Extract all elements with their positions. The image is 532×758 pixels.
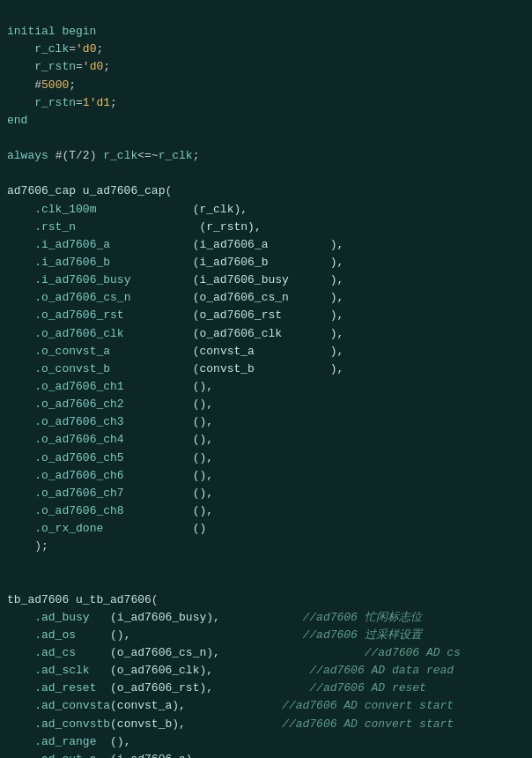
port-ch6: .o_ad7606_ch6 (), <box>7 469 213 482</box>
keyword-initial: initial begin <box>7 25 96 38</box>
port-ch1: .o_ad7606_ch1 (), <box>7 380 213 393</box>
line-module-cap: ad7606_cap u_ad7606_cap( <box>7 184 172 197</box>
port-ch4: .o_ad7606_ch4 (), <box>7 433 213 446</box>
blank-line-1 <box>7 576 14 589</box>
port-ib: .i_ad7606_b (i_ad7606_b ), <box>7 256 344 269</box>
tb-adbusy: .ad_busy (i_ad7606_busy), //ad7606 忙闲标志位 <box>7 611 422 624</box>
port-ia: .i_ad7606_a (i_ad7606_a ), <box>7 238 344 251</box>
port-csn: .o_ad7606_cs_n (o_ad7606_cs_n ), <box>7 291 344 304</box>
tb-adouta: .ad_out_a (i_ad7606_a), <box>7 753 199 758</box>
code-editor: initial begin r_clk='d0; r_rstn='d0; #50… <box>7 5 525 758</box>
line-4: #5000; <box>7 78 76 92</box>
tb-ados: .ad_os (), //ad7606 过采样设置 <box>7 628 422 642</box>
port-convstb: .o_convst_b (convst_b ), <box>7 362 344 375</box>
port-clk2: .o_ad7606_clk (o_ad7606_clk ), <box>7 327 344 340</box>
line-5: r_rstn=1'd1; <box>7 96 117 109</box>
close-paren-cap: ); <box>7 539 48 553</box>
tb-adconvsta: .ad_convsta(convst_a), //ad7606 AD conve… <box>7 699 454 712</box>
keyword-end: end <box>7 114 27 127</box>
line-always: always #(T/2) r_clk<=~r_clk; <box>7 149 199 162</box>
tb-adrange: .ad_range (), <box>7 735 130 748</box>
port-ch5: .o_ad7606_ch5 (), <box>7 451 213 464</box>
port-ch8: .o_ad7606_ch8 (), <box>7 504 213 517</box>
port-ch2: .o_ad7606_ch2 (), <box>7 398 213 411</box>
line-2: r_clk='d0; <box>7 42 103 56</box>
tb-adreset: .ad_reset (o_ad7606_rst), //ad7606 AD re… <box>7 681 426 695</box>
port-ch7: .o_ad7606_ch7 (), <box>7 487 213 500</box>
tb-adconvstb: .ad_convstb(convst_b), //ad7606 AD conve… <box>7 717 454 731</box>
line-3: r_rstn='d0; <box>7 60 110 73</box>
port-rst: .o_ad7606_rst (o_ad7606_rst ), <box>7 308 344 322</box>
line-module-tb: tb_ad7606 u_tb_ad7606( <box>7 593 159 606</box>
port-clk: .clk_100m (r_clk), <box>7 203 248 216</box>
port-rstn: .rst_n (r_rstn), <box>7 220 262 234</box>
tb-adsclk: .ad_sclk (o_ad7606_clk), //ad7606 AD dat… <box>7 664 454 677</box>
port-convsta: .o_convst_a (convst_a ), <box>7 345 344 358</box>
port-rxdone: .o_rx_done () <box>7 522 206 535</box>
port-ch3: .o_ad7606_ch3 (), <box>7 415 213 428</box>
tb-adcs: .ad_cs (o_ad7606_cs_n), //ad7606 AD cs <box>7 646 461 659</box>
port-busy: .i_ad7606_busy (i_ad7606_busy ), <box>7 273 344 286</box>
